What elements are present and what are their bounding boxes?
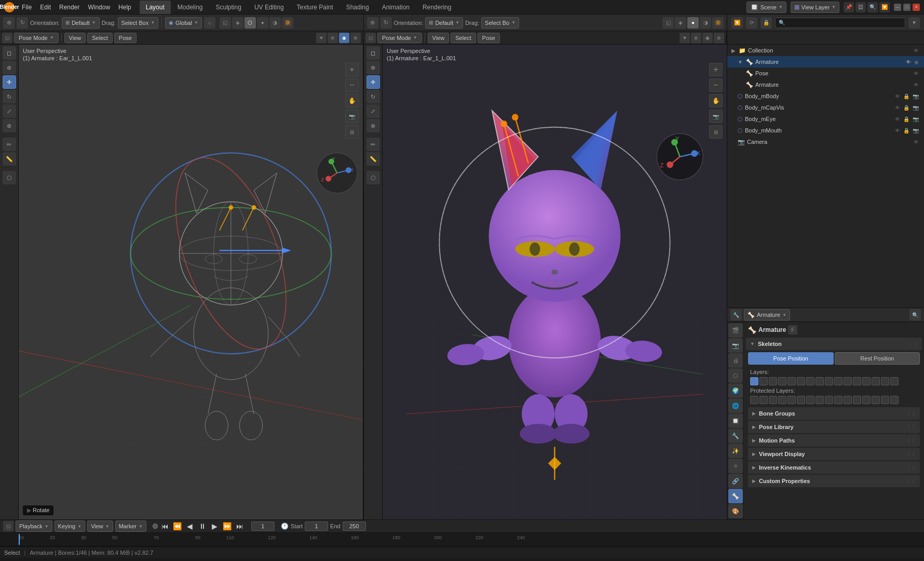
prot-layer-16[interactable] <box>890 396 899 404</box>
props-tab-output[interactable]: 🖨 <box>728 353 743 368</box>
right-snap-icon[interactable]: ⊕ <box>367 17 378 29</box>
right-tool-select[interactable]: ◻ <box>366 46 380 60</box>
prot-layer-11[interactable] <box>844 396 852 404</box>
meye-eye[interactable]: 👁 <box>894 116 901 123</box>
tab-sculpting[interactable]: Sculpting <box>210 1 248 14</box>
layer-11[interactable] <box>844 377 852 385</box>
camera-eye[interactable]: 👁 <box>913 139 920 145</box>
outliner-sync[interactable]: ⟳ <box>746 17 757 29</box>
tab-rendering[interactable]: Rendering <box>416 1 457 14</box>
right-view-btn[interactable]: View <box>428 33 450 43</box>
right-overlay-dropdown[interactable]: ▼ <box>680 33 690 43</box>
left-select-btn[interactable]: Select <box>87 33 113 43</box>
minimize-btn[interactable]: — <box>894 4 901 11</box>
play-jump-end[interactable]: ⏭ <box>235 522 245 530</box>
right-gizmo-btn[interactable]: ⊕ <box>691 33 701 43</box>
layer-1[interactable] <box>750 377 758 385</box>
pose-eye[interactable]: 👁 <box>913 70 920 77</box>
prot-layer-3[interactable] <box>769 396 777 404</box>
rest-position-btn[interactable]: Rest Position <box>835 352 920 365</box>
filter-icon[interactable]: 🔽 <box>879 2 890 12</box>
prot-layer-6[interactable] <box>797 396 805 404</box>
left-orientation-dropdown[interactable]: ⊞ Default ▼ <box>62 17 100 29</box>
right-pose-btn[interactable]: Pose <box>478 33 500 43</box>
right-tool-transform[interactable]: ⊕ <box>366 119 380 132</box>
prot-layer-12[interactable] <box>853 396 861 404</box>
right-shading-render[interactable]: 🔆 <box>712 17 724 29</box>
play-prev-keyframe[interactable]: ⏪ <box>172 522 183 530</box>
transform-tool[interactable]: ⊕ <box>3 119 16 132</box>
right-orientation-dropdown[interactable]: ⊞ Default ▼ <box>425 17 463 29</box>
outliner-body-mmouth[interactable]: ⬡ Body_mMouth 👁 🔒 📷 <box>727 125 924 136</box>
props-type-dropdown[interactable]: 🦴 Armature ▼ <box>744 309 790 320</box>
playback-dropdown[interactable]: Playback ▼ <box>16 520 52 532</box>
scene-selector[interactable]: 🔲 Scene ▼ <box>746 2 786 13</box>
right-vp-zoom-out[interactable]: − <box>709 78 723 92</box>
left-transform-global-dropdown[interactable]: ◉ Global ▼ <box>165 17 202 29</box>
layer-15[interactable] <box>881 377 889 385</box>
left-drag-dropdown[interactable]: Select Box ▼ <box>118 17 159 29</box>
props-tab-armature[interactable]: 🦴 <box>728 489 743 503</box>
annotate-tool[interactable]: ✏ <box>3 138 16 151</box>
left-xray-btn[interactable]: ◈ <box>232 17 243 29</box>
keying-dropdown[interactable]: Keying ▼ <box>55 520 86 532</box>
pose-position-btn[interactable]: Pose Position <box>748 352 834 365</box>
right-tool-rotate[interactable]: ↻ <box>366 90 380 103</box>
right-transform-icon[interactable]: ↻ <box>381 17 392 29</box>
props-tab-world[interactable]: 🌐 <box>728 398 743 413</box>
left-viewport-overlay[interactable]: ◱ <box>220 17 231 29</box>
tab-shading[interactable]: Shading <box>340 1 375 14</box>
prot-layer-5[interactable] <box>787 396 796 404</box>
props-tab-scene2[interactable]: 🌍 <box>728 383 743 398</box>
maximize-btn[interactable]: □ <box>903 4 911 11</box>
outliner-armature-data[interactable]: 🦴 Armature 👁 <box>727 79 924 90</box>
left-view-btn[interactable]: View <box>64 33 86 43</box>
timeline-corner[interactable]: ◱ <box>3 521 13 531</box>
right-corner-top[interactable]: ◱ <box>365 33 376 43</box>
right-vp-pan[interactable]: ✋ <box>709 94 723 108</box>
cursor-tool[interactable]: ⊕ <box>3 61 16 74</box>
layer-5[interactable] <box>787 377 796 385</box>
right-select-btn[interactable]: Select <box>451 33 476 43</box>
props-tab-view-layer[interactable]: ⬡ <box>728 368 743 383</box>
outliner-collection[interactable]: ▶ 📁 Collection 👁 <box>727 45 924 56</box>
layer-14[interactable] <box>872 377 880 385</box>
mmouth-eye[interactable]: 👁 <box>894 127 901 134</box>
mcapvis-cam[interactable]: 🔒 <box>902 104 911 111</box>
layer-8[interactable] <box>816 377 824 385</box>
file-menu[interactable]: File <box>18 3 36 12</box>
meye-cam[interactable]: 🔒 <box>902 116 911 123</box>
search-icon[interactable]: 🔍 <box>867 2 878 12</box>
left-viewport-lock[interactable]: ◉ <box>339 33 349 43</box>
right-xray-btn[interactable]: ◈ <box>675 17 686 29</box>
edit-menu[interactable]: Edit <box>36 3 55 12</box>
end-frame-input[interactable]: 250 <box>343 522 366 531</box>
left-snap-icon[interactable]: ⊕ <box>3 17 15 29</box>
right-tool-cursor[interactable]: ⊕ <box>366 61 380 74</box>
scale-tool[interactable]: ⤢ <box>3 104 16 118</box>
outliner-filter[interactable]: 🔽 <box>731 17 743 29</box>
layer-4[interactable] <box>778 377 786 385</box>
left-vp-zoom-in[interactable]: + <box>345 63 359 76</box>
props-tab-object[interactable]: 🔲 <box>728 413 743 428</box>
prot-layer-4[interactable] <box>778 396 786 404</box>
left-shading-render[interactable]: 🔆 <box>282 17 293 29</box>
left-overlay-dropdown[interactable]: ▼ <box>316 33 327 43</box>
right-tool-scale[interactable]: ⤢ <box>366 104 380 118</box>
armature-eye[interactable]: 👁 <box>905 59 912 65</box>
layer-10[interactable] <box>834 377 843 385</box>
layer-2[interactable] <box>759 377 768 385</box>
pose-tool[interactable]: ⬡ <box>3 171 16 184</box>
tab-layout[interactable]: Layout <box>140 1 171 14</box>
outliner-pose[interactable]: 🦴 Pose 👁 <box>727 68 924 79</box>
left-shading-wire[interactable]: ⬡ <box>244 17 256 29</box>
keyframe-dot[interactable] <box>153 524 158 529</box>
view-layer-selector[interactable]: ▦ View Layer ▼ <box>791 2 839 13</box>
props-tab-modifiers[interactable]: 🔧 <box>728 429 743 443</box>
outliner-body-mcapvis[interactable]: ⬡ Body_mCapVis 👁 🔒 📷 <box>727 102 924 113</box>
viewport-right[interactable]: User Perspective (1) Armature : Ear_1_L.… <box>383 45 727 519</box>
timeline-view-dropdown[interactable]: View ▼ <box>87 520 113 532</box>
viewport-left[interactable]: User Perspective (1) Armature : Ear_1_L.… <box>19 45 364 519</box>
start-frame-input[interactable]: 1 <box>305 522 328 531</box>
left-proportional-btn[interactable]: ○ <box>204 17 215 29</box>
